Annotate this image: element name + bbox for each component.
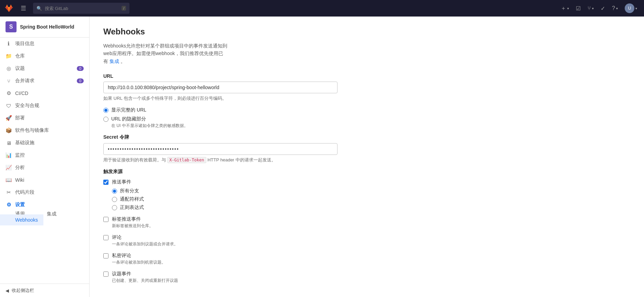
help-chevron-icon: ▾ bbox=[616, 7, 618, 10]
user-avatar-button[interactable]: U ▾ bbox=[622, 1, 640, 15]
merge-requests-badge: 0 bbox=[77, 78, 84, 83]
tag-push-events-item[interactable]: 标签推送事件 新标签被推送到仓库。 bbox=[103, 216, 337, 229]
comments-group: 评论 一条评论被添加到议题或合并请求。 bbox=[103, 234, 337, 247]
sidebar-item-monitor[interactable]: 📊 监控 bbox=[0, 149, 89, 161]
sidebar-subitem-webhooks[interactable]: Webhooks bbox=[0, 214, 43, 225]
comments-item[interactable]: 评论 一条评论被添加到议题或合并请求。 bbox=[103, 234, 337, 247]
gitlab-logo[interactable] bbox=[4, 3, 14, 13]
url-visibility-radio-group: 显示完整的 URL URL 的隐藏部分 在 UI 中不显示诸如令牌之类的敏感数据… bbox=[103, 107, 337, 129]
push-events-checkbox[interactable] bbox=[103, 180, 108, 185]
url-mask-radio[interactable] bbox=[103, 117, 108, 122]
comments-label: 评论 bbox=[112, 234, 122, 240]
hamburger-menu[interactable]: ☰ bbox=[18, 3, 29, 13]
wildcard-label: 通配符样式 bbox=[120, 196, 144, 202]
secret-token-input[interactable] bbox=[103, 143, 337, 155]
secret-helper-text: 用于验证接收到的有效载荷。与 X-Gitlab-Token HTTP heade… bbox=[103, 157, 337, 163]
wildcard-radio[interactable] bbox=[112, 197, 117, 202]
sidebar-item-snippets[interactable]: ✂ 代码片段 bbox=[0, 186, 89, 199]
issues-events-checkbox[interactable] bbox=[103, 272, 108, 277]
sidebar-item-label: 分析 bbox=[15, 165, 25, 171]
url-input[interactable] bbox=[103, 82, 337, 93]
sidebar-item-issues[interactable]: ◎ 议题 0 bbox=[0, 62, 89, 75]
create-chevron-icon: ▾ bbox=[567, 7, 569, 10]
search-input[interactable] bbox=[45, 6, 119, 11]
confidential-comments-checkbox[interactable] bbox=[103, 253, 108, 258]
repository-icon: 📁 bbox=[6, 53, 12, 59]
all-branches-radio[interactable] bbox=[112, 189, 117, 194]
search-icon: 🔍 bbox=[37, 6, 42, 11]
wiki-icon: 📖 bbox=[6, 177, 12, 183]
sidebar-item-label: 监控 bbox=[15, 152, 25, 158]
sidebar-item-repository[interactable]: 📁 仓库 bbox=[0, 50, 89, 62]
todo-icon: ✓ bbox=[601, 5, 605, 12]
merge-requests-nav-icon: ⑂ bbox=[6, 78, 12, 84]
comments-sublabel: 一条评论被添加到议题或合并请求。 bbox=[112, 241, 178, 247]
sidebar-item-deployments[interactable]: 🚀 部署 bbox=[0, 112, 89, 124]
project-info-icon: ℹ bbox=[6, 41, 12, 47]
create-new-button[interactable]: ＋ ▾ bbox=[558, 3, 572, 14]
confidential-comments-sublabel: 一条评论被添加到机密议题。 bbox=[112, 259, 166, 265]
sidebar-item-label: 安全与合规 bbox=[15, 103, 39, 109]
all-branches-label: 所有分支 bbox=[120, 188, 139, 194]
url-mask-option[interactable]: URL 的隐藏部分 在 UI 中不显示诸如令牌之类的敏感数据。 bbox=[103, 116, 337, 129]
issues-button[interactable]: ☑ bbox=[573, 3, 583, 14]
issues-events-item[interactable]: 议题事件 已创建、更新、关闭或重新打开议题 bbox=[103, 271, 337, 284]
issues-icon: ☑ bbox=[576, 5, 581, 12]
push-sub-radios: 所有分支 通配符样式 正则表达式 bbox=[112, 188, 337, 211]
confidential-comments-label: 私密评论 bbox=[112, 253, 131, 258]
url-mask-label: URL 的隐藏部分 bbox=[111, 116, 146, 121]
regex-option[interactable]: 正则表达式 bbox=[112, 204, 337, 211]
sidebar-item-infrastructure[interactable]: 🖥 基础设施 bbox=[0, 137, 89, 149]
sidebar-item-analytics[interactable]: 📈 分析 bbox=[0, 161, 89, 174]
help-icon: ? bbox=[612, 5, 615, 11]
packages-icon: 📦 bbox=[6, 127, 12, 134]
webhooks-form: Webhooks Webhooks允许您针对某个群组或项目中的事件发送通知到we… bbox=[103, 27, 337, 284]
issues-badge: 0 bbox=[77, 66, 84, 71]
issues-events-group: 议题事件 已创建、更新、关闭或重新打开议题 bbox=[103, 271, 337, 284]
settings-icon: ⚙ bbox=[6, 202, 12, 208]
cicd-icon: ⚙ bbox=[6, 90, 12, 96]
all-branches-option[interactable]: 所有分支 bbox=[112, 188, 337, 194]
collapse-label: 收起侧边栏 bbox=[12, 287, 34, 294]
integrations-link[interactable]: 集成 bbox=[110, 59, 119, 64]
push-events-item[interactable]: 推送事件 bbox=[103, 179, 337, 185]
confidential-comments-item[interactable]: 私密评论 一条评论被添加到机密议题。 bbox=[103, 253, 337, 265]
avatar-chevron-icon: ▾ bbox=[635, 7, 637, 10]
user-avatar: U bbox=[625, 3, 634, 13]
url-label: URL bbox=[103, 73, 337, 79]
project-header[interactable]: S Spring Boot HelloWorld bbox=[0, 17, 89, 38]
sidebar-item-merge-requests[interactable]: ⑂ 合并请求 0 bbox=[0, 75, 89, 87]
tag-push-events-group: 标签推送事件 新标签被推送到仓库。 bbox=[103, 216, 337, 229]
sidebar-item-wiki[interactable]: 📖 Wiki bbox=[0, 174, 89, 186]
url-full-radio[interactable] bbox=[103, 108, 108, 113]
issues-nav-icon: ◎ bbox=[6, 65, 12, 72]
snippets-icon: ✂ bbox=[6, 189, 12, 195]
url-full-option[interactable]: 显示完整的 URL bbox=[103, 107, 337, 113]
sidebar-nav: ℹ 项目信息 📁 仓库 ◎ 议题 0 ⑂ 合并请求 0 ⚙ CI/CD bbox=[0, 38, 89, 284]
project-avatar: S bbox=[6, 21, 17, 32]
sidebar-item-cicd[interactable]: ⚙ CI/CD bbox=[0, 87, 89, 99]
todos-button[interactable]: ✓ bbox=[598, 3, 608, 14]
merge-requests-button[interactable]: ⑂ ▾ bbox=[585, 3, 596, 13]
comments-checkbox[interactable] bbox=[103, 235, 108, 240]
merge-chevron-icon: ▾ bbox=[592, 7, 594, 10]
sidebar-item-label: 软件包与镜像库 bbox=[15, 127, 49, 134]
wildcard-option[interactable]: 通配符样式 bbox=[112, 196, 337, 202]
analytics-icon: 📈 bbox=[6, 165, 12, 171]
top-navigation: ☰ 🔍 / ＋ ▾ ☑ ⑂ ▾ ✓ ? ▾ U ▾ bbox=[0, 0, 644, 17]
plus-icon: ＋ bbox=[561, 5, 566, 12]
sidebar-item-packages[interactable]: 📦 软件包与镜像库 bbox=[0, 124, 89, 137]
sidebar-item-label: 设置 bbox=[15, 202, 25, 208]
collapse-sidebar-button[interactable]: ◀ 收起侧边栏 bbox=[0, 284, 89, 297]
global-search-bar[interactable]: 🔍 / bbox=[33, 3, 129, 14]
secret-label: Secret 令牌 bbox=[103, 134, 337, 140]
regex-radio[interactable] bbox=[112, 205, 117, 210]
sidebar-item-label: 基础设施 bbox=[15, 140, 34, 146]
sidebar-item-security[interactable]: 🛡 安全与合规 bbox=[0, 99, 89, 112]
help-button[interactable]: ? ▾ bbox=[609, 3, 621, 13]
tag-push-checkbox[interactable] bbox=[103, 217, 108, 222]
trigger-label: 触发来源 bbox=[103, 169, 337, 175]
sidebar-item-label: 代码片段 bbox=[15, 189, 34, 195]
sidebar-item-project-info[interactable]: ℹ 项目信息 bbox=[0, 38, 89, 50]
sidebar-item-settings[interactable]: ⚙ 设置 bbox=[0, 199, 89, 211]
